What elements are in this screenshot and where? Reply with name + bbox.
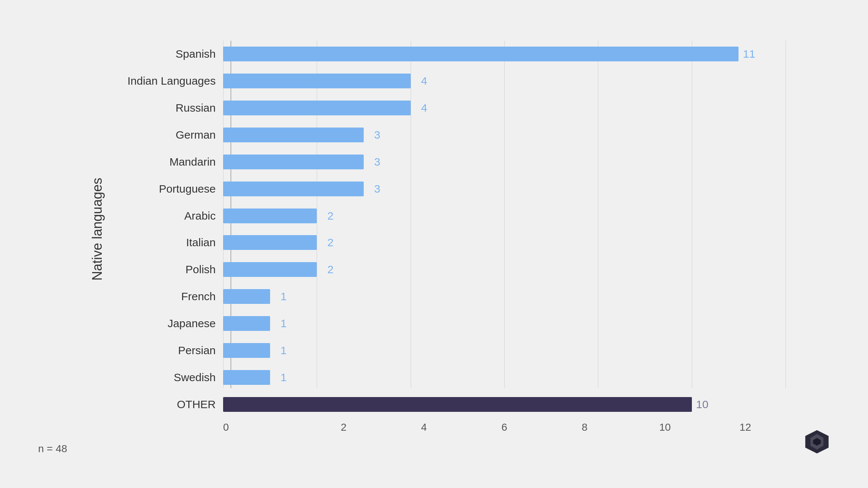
bar-fill: 1 — [223, 370, 270, 385]
bar-row: Spanish11 — [112, 41, 785, 68]
bar-row: Arabic2 — [112, 202, 785, 229]
bar-label: Russian — [112, 102, 223, 114]
bar-value-label: 1 — [280, 290, 287, 303]
bar-label: German — [112, 129, 223, 141]
bar-value-label: 1 — [280, 317, 287, 330]
bar-value-label: 1 — [280, 344, 287, 357]
bar-label: Polish — [112, 263, 223, 276]
bar-row: Japanese1 — [112, 310, 785, 337]
chart-inner: Spanish11Indian Languages4Russian4German… — [105, 41, 785, 447]
bar-area: 3 — [223, 182, 785, 196]
x-axis: 024681012 — [112, 418, 785, 447]
bar-label: Swedish — [112, 371, 223, 384]
x-tick-label: 6 — [464, 421, 544, 433]
x-tick-label: 8 — [545, 421, 625, 433]
bar-value-label: 3 — [374, 183, 380, 195]
bar-row: Mandarin3 — [112, 148, 785, 175]
bar-label: OTHER — [112, 398, 223, 411]
bar-fill: 2 — [223, 209, 317, 223]
bar-fill: 10 — [223, 397, 692, 412]
bar-area: 1 — [223, 370, 785, 385]
bar-row: OTHER10 — [112, 391, 785, 418]
bar-row: Swedish1 — [112, 364, 785, 391]
bar-value-label: 4 — [421, 102, 427, 114]
bar-row: Persian1 — [112, 337, 785, 364]
bar-label: Italian — [112, 236, 223, 249]
bar-label: Mandarin — [112, 156, 223, 168]
bar-value-label: 10 — [696, 398, 708, 411]
x-tick-label: 10 — [625, 421, 705, 433]
bar-fill: 4 — [223, 74, 411, 88]
bar-label: French — [112, 290, 223, 303]
bar-row: Russian4 — [112, 95, 785, 122]
bar-label: Arabic — [112, 210, 223, 222]
bar-area: 3 — [223, 128, 785, 142]
bar-fill: 3 — [223, 128, 364, 142]
bar-fill: 2 — [223, 262, 317, 277]
bar-value-label: 1 — [280, 371, 287, 384]
bar-row: Italian2 — [112, 229, 785, 256]
bar-fill: 2 — [223, 235, 317, 250]
x-ticks: 024681012 — [223, 418, 785, 447]
bar-area: 3 — [223, 155, 785, 169]
bar-area: 2 — [223, 262, 785, 277]
chart-container: Native languages Spanish11Indian Languag… — [27, 22, 841, 466]
bar-row: Indian Languages4 — [112, 68, 785, 95]
bar-row: German3 — [112, 122, 785, 149]
bar-label: Persian — [112, 344, 223, 357]
bar-fill: 3 — [223, 182, 364, 196]
bar-fill: 1 — [223, 343, 270, 358]
bar-value-label: 4 — [421, 75, 427, 87]
bar-value-label: 3 — [374, 156, 380, 168]
bar-label: Japanese — [112, 317, 223, 330]
bar-label: Portuguese — [112, 183, 223, 195]
bar-area: 4 — [223, 101, 785, 115]
bar-fill: 3 — [223, 155, 364, 169]
n-label: n = 48 — [38, 443, 67, 455]
bar-area: 2 — [223, 209, 785, 223]
x-tick-label: 12 — [705, 421, 785, 433]
grid-line — [785, 41, 786, 388]
chart-area: Native languages Spanish11Indian Languag… — [83, 41, 785, 447]
bar-row: Polish2 — [112, 256, 785, 283]
bar-area: 1 — [223, 343, 785, 358]
bar-fill: 4 — [223, 101, 411, 115]
x-tick-label: 2 — [303, 421, 384, 433]
bar-area: 1 — [223, 289, 785, 304]
x-tick-label: 4 — [384, 421, 464, 433]
bar-value-label: 3 — [374, 129, 380, 141]
bar-value-label: 2 — [327, 210, 334, 222]
bar-value-label: 11 — [743, 48, 755, 60]
bar-value-label: 2 — [327, 263, 334, 276]
bar-value-label: 2 — [327, 236, 334, 249]
bar-area: 4 — [223, 74, 785, 88]
bar-fill: 1 — [223, 316, 270, 331]
bars-section: Spanish11Indian Languages4Russian4German… — [112, 41, 785, 418]
bar-area: 11 — [223, 47, 785, 61]
x-tick-label: 0 — [223, 421, 303, 433]
bar-area: 10 — [223, 397, 785, 412]
bar-fill: 11 — [223, 47, 739, 61]
bar-label: Spanish — [112, 48, 223, 60]
bar-row: French1 — [112, 283, 785, 310]
logo — [804, 429, 830, 455]
y-axis-label: Native languages — [83, 41, 105, 447]
bar-area: 1 — [223, 316, 785, 331]
bar-area: 2 — [223, 235, 785, 250]
bar-label: Indian Languages — [112, 75, 223, 87]
bar-fill: 1 — [223, 289, 270, 304]
bar-row: Portuguese3 — [112, 175, 785, 202]
